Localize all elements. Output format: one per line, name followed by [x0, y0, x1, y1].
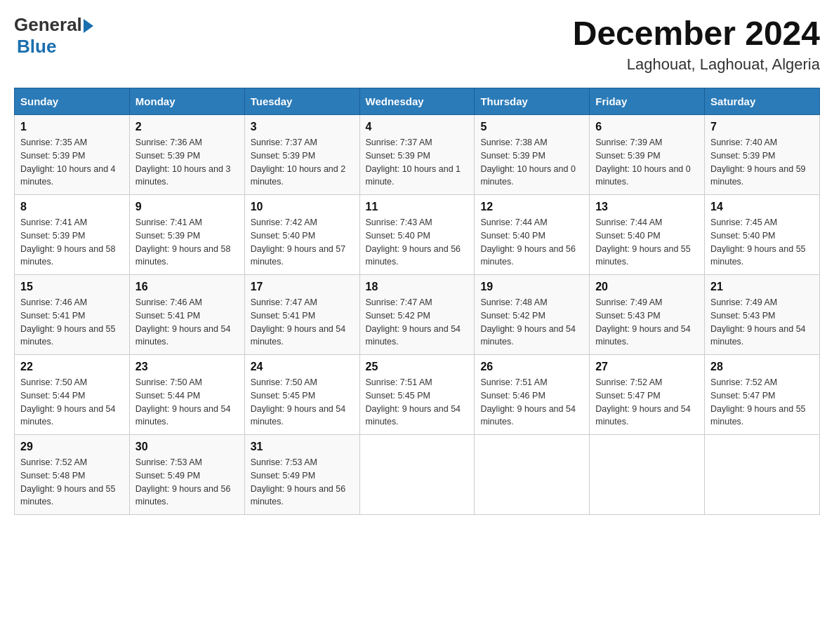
daylight-label: Daylight: 9 hours and 56 minutes. — [135, 484, 231, 507]
day-info: Sunrise: 7:41 AM Sunset: 5:39 PM Dayligh… — [20, 216, 124, 269]
day-info: Sunrise: 7:50 AM Sunset: 5:44 PM Dayligh… — [135, 376, 239, 429]
daylight-label: Daylight: 9 hours and 54 minutes. — [595, 404, 691, 427]
day-info: Sunrise: 7:40 AM Sunset: 5:39 PM Dayligh… — [710, 136, 814, 189]
day-info: Sunrise: 7:43 AM Sunset: 5:40 PM Dayligh… — [366, 216, 469, 269]
day-number: 13 — [595, 201, 699, 213]
day-number: 9 — [135, 201, 239, 213]
week-row-2: 8 Sunrise: 7:41 AM Sunset: 5:39 PM Dayli… — [15, 195, 820, 275]
logo-arrow-icon — [84, 19, 93, 33]
day-number: 5 — [480, 121, 583, 133]
sunset-label: Sunset: 5:39 PM — [20, 231, 85, 241]
calendar-cell: 7 Sunrise: 7:40 AM Sunset: 5:39 PM Dayli… — [705, 115, 820, 195]
week-row-1: 1 Sunrise: 7:35 AM Sunset: 5:39 PM Dayli… — [15, 115, 820, 195]
calendar-cell: 26 Sunrise: 7:51 AM Sunset: 5:46 PM Dayl… — [475, 355, 590, 435]
calendar-cell: 9 Sunrise: 7:41 AM Sunset: 5:39 PM Dayli… — [129, 195, 244, 275]
calendar-cell: 18 Sunrise: 7:47 AM Sunset: 5:42 PM Dayl… — [359, 275, 475, 355]
sunrise-label: Sunrise: 7:52 AM — [20, 457, 87, 467]
sunrise-label: Sunrise: 7:38 AM — [480, 137, 547, 147]
daylight-label: Daylight: 9 hours and 54 minutes. — [480, 324, 576, 347]
sunset-label: Sunset: 5:48 PM — [20, 471, 85, 481]
calendar-cell: 25 Sunrise: 7:51 AM Sunset: 5:45 PM Dayl… — [359, 355, 475, 435]
day-info: Sunrise: 7:50 AM Sunset: 5:45 PM Dayligh… — [251, 376, 354, 429]
day-number: 8 — [20, 201, 124, 213]
daylight-label: Daylight: 9 hours and 55 minutes. — [20, 484, 116, 507]
calendar-cell: 24 Sunrise: 7:50 AM Sunset: 5:45 PM Dayl… — [244, 355, 359, 435]
daylight-label: Daylight: 9 hours and 55 minutes. — [710, 404, 806, 427]
day-info: Sunrise: 7:37 AM Sunset: 5:39 PM Dayligh… — [251, 136, 354, 189]
sunrise-label: Sunrise: 7:47 AM — [251, 297, 317, 307]
sunset-label: Sunset: 5:42 PM — [480, 311, 545, 321]
sunset-label: Sunset: 5:39 PM — [710, 151, 775, 161]
sunrise-label: Sunrise: 7:50 AM — [20, 377, 87, 387]
sunset-label: Sunset: 5:39 PM — [480, 151, 545, 161]
sunrise-label: Sunrise: 7:45 AM — [710, 217, 777, 227]
header-friday: Friday — [590, 88, 705, 115]
week-row-4: 22 Sunrise: 7:50 AM Sunset: 5:44 PM Dayl… — [15, 355, 820, 435]
sunrise-label: Sunrise: 7:43 AM — [366, 217, 432, 227]
day-number: 16 — [135, 281, 239, 293]
sunrise-label: Sunrise: 7:36 AM — [135, 137, 202, 147]
day-number: 18 — [366, 281, 469, 293]
sunset-label: Sunset: 5:43 PM — [595, 311, 660, 321]
sunrise-label: Sunrise: 7:52 AM — [710, 377, 777, 387]
sunrise-label: Sunrise: 7:39 AM — [595, 137, 662, 147]
sunset-label: Sunset: 5:39 PM — [135, 151, 200, 161]
day-info: Sunrise: 7:51 AM Sunset: 5:46 PM Dayligh… — [480, 376, 583, 429]
calendar-cell — [705, 435, 820, 515]
daylight-label: Daylight: 9 hours and 54 minutes. — [480, 404, 576, 427]
calendar-cell: 14 Sunrise: 7:45 AM Sunset: 5:40 PM Dayl… — [705, 195, 820, 275]
day-info: Sunrise: 7:52 AM Sunset: 5:47 PM Dayligh… — [710, 376, 814, 429]
day-number: 2 — [135, 121, 239, 133]
calendar-cell: 16 Sunrise: 7:46 AM Sunset: 5:41 PM Dayl… — [129, 275, 244, 355]
calendar-cell: 2 Sunrise: 7:36 AM Sunset: 5:39 PM Dayli… — [129, 115, 244, 195]
calendar-cell: 15 Sunrise: 7:46 AM Sunset: 5:41 PM Dayl… — [15, 275, 130, 355]
daylight-label: Daylight: 9 hours and 54 minutes. — [710, 324, 806, 347]
sunset-label: Sunset: 5:47 PM — [595, 391, 660, 401]
daylight-label: Daylight: 10 hours and 0 minutes. — [595, 164, 691, 187]
sunset-label: Sunset: 5:49 PM — [251, 471, 315, 481]
sunrise-label: Sunrise: 7:50 AM — [135, 377, 202, 387]
daylight-label: Daylight: 10 hours and 2 minutes. — [251, 164, 346, 187]
sunrise-label: Sunrise: 7:50 AM — [251, 377, 317, 387]
daylight-label: Daylight: 9 hours and 58 minutes. — [20, 244, 116, 267]
day-info: Sunrise: 7:53 AM Sunset: 5:49 PM Dayligh… — [135, 456, 239, 509]
daylight-label: Daylight: 9 hours and 55 minutes. — [710, 244, 806, 267]
calendar-subtitle: Laghouat, Laghouat, Algeria — [573, 55, 820, 74]
sunset-label: Sunset: 5:43 PM — [710, 311, 775, 321]
sunrise-label: Sunrise: 7:52 AM — [595, 377, 662, 387]
sunrise-label: Sunrise: 7:46 AM — [20, 297, 87, 307]
day-info: Sunrise: 7:52 AM Sunset: 5:47 PM Dayligh… — [595, 376, 699, 429]
day-number: 29 — [20, 441, 124, 453]
day-number: 15 — [20, 281, 124, 293]
sunset-label: Sunset: 5:40 PM — [480, 231, 545, 241]
calendar-cell — [359, 435, 475, 515]
logo-blue-text: Blue — [17, 36, 93, 58]
sunset-label: Sunset: 5:39 PM — [135, 231, 200, 241]
calendar-cell: 20 Sunrise: 7:49 AM Sunset: 5:43 PM Dayl… — [590, 275, 705, 355]
calendar-title: December 2024 — [573, 14, 820, 53]
calendar-table: Sunday Monday Tuesday Wednesday Thursday… — [14, 88, 820, 515]
sunrise-label: Sunrise: 7:40 AM — [710, 137, 777, 147]
sunrise-label: Sunrise: 7:37 AM — [251, 137, 317, 147]
day-info: Sunrise: 7:46 AM Sunset: 5:41 PM Dayligh… — [135, 296, 239, 349]
day-info: Sunrise: 7:51 AM Sunset: 5:45 PM Dayligh… — [366, 376, 469, 429]
sunrise-label: Sunrise: 7:53 AM — [135, 457, 202, 467]
sunset-label: Sunset: 5:49 PM — [135, 471, 200, 481]
day-number: 25 — [366, 361, 469, 373]
day-info: Sunrise: 7:39 AM Sunset: 5:39 PM Dayligh… — [595, 136, 699, 189]
sunrise-label: Sunrise: 7:48 AM — [480, 297, 547, 307]
day-number: 3 — [251, 121, 354, 133]
day-info: Sunrise: 7:47 AM Sunset: 5:41 PM Dayligh… — [251, 296, 354, 349]
day-number: 6 — [595, 121, 699, 133]
day-number: 20 — [595, 281, 699, 293]
sunset-label: Sunset: 5:41 PM — [135, 311, 200, 321]
sunset-label: Sunset: 5:45 PM — [366, 391, 430, 401]
daylight-label: Daylight: 9 hours and 54 minutes. — [135, 404, 231, 427]
day-number: 1 — [20, 121, 124, 133]
day-number: 28 — [710, 361, 814, 373]
daylight-label: Daylight: 9 hours and 54 minutes. — [20, 404, 116, 427]
sunrise-label: Sunrise: 7:53 AM — [251, 457, 317, 467]
day-info: Sunrise: 7:41 AM Sunset: 5:39 PM Dayligh… — [135, 216, 239, 269]
sunrise-label: Sunrise: 7:49 AM — [710, 297, 777, 307]
daylight-label: Daylight: 9 hours and 54 minutes. — [135, 324, 231, 347]
